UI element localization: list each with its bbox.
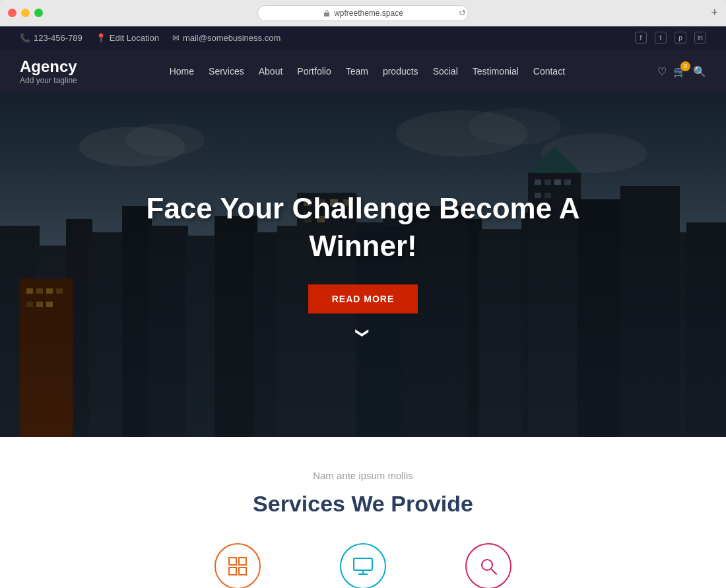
mac-window-buttons	[8, 9, 43, 17]
location-text: Edit Location	[110, 33, 159, 43]
hero-content: Face Your Challenge Become A Winner! REA…	[147, 189, 580, 341]
minimize-button[interactable]	[21, 9, 30, 17]
nav-contact[interactable]: Contact	[528, 61, 570, 82]
service-icon-search[interactable]	[465, 543, 512, 588]
twitter-icon[interactable]: t	[655, 32, 667, 44]
lock-icon	[323, 9, 331, 17]
cart-button[interactable]: 🛒 0	[673, 65, 686, 78]
services-title: Services We Provide	[20, 491, 706, 517]
svg-rect-61	[239, 568, 246, 575]
svg-rect-60	[229, 568, 236, 575]
pinterest-icon[interactable]: p	[675, 32, 686, 44]
nav-team[interactable]: Team	[341, 61, 374, 82]
phone-number: 123-456-789	[34, 33, 82, 43]
monitor-icon	[352, 556, 374, 577]
cart-count: 0	[680, 61, 690, 71]
svg-rect-62	[354, 558, 372, 570]
scroll-down-icon[interactable]: ❯	[355, 117, 371, 437]
url-text: wpfreetheme.space	[334, 9, 403, 18]
refresh-icon[interactable]: ↺	[459, 8, 466, 18]
search-icon	[478, 556, 498, 576]
hero-section: Face Your Challenge Become A Winner! REA…	[0, 94, 726, 437]
service-icon-monitor[interactable]	[340, 543, 386, 588]
instagram-icon[interactable]: in	[694, 32, 706, 44]
social-links: f t p in	[635, 32, 706, 44]
logo-tagline: Add your tagline	[20, 76, 77, 85]
phone-icon: 📞	[20, 33, 30, 43]
svg-rect-59	[239, 558, 246, 565]
logo-name: Agency	[20, 57, 77, 76]
service-icons-row	[20, 543, 706, 588]
email-icon: ✉	[172, 33, 180, 43]
maximize-button[interactable]	[34, 9, 43, 17]
svg-rect-58	[229, 558, 236, 565]
service-icon-grid[interactable]	[214, 543, 261, 588]
wishlist-button[interactable]: ♡	[657, 65, 667, 78]
search-button[interactable]: 🔍	[693, 65, 706, 78]
nav-about[interactable]: About	[253, 61, 288, 82]
top-bar-left: 📞 123-456-789 📍 Edit Location ✉ mail@som…	[20, 33, 280, 43]
nav-home[interactable]: Home	[164, 61, 199, 82]
nav-services[interactable]: Services	[203, 61, 249, 82]
mac-titlebar: wpfreetheme.space ↺ +	[0, 0, 726, 26]
mac-window: wpfreetheme.space ↺ + 📞 123-456-789 📍 Ed…	[0, 0, 726, 588]
nav-products[interactable]: products	[378, 61, 424, 82]
top-bar: 📞 123-456-789 📍 Edit Location ✉ mail@som…	[0, 26, 726, 49]
close-button[interactable]	[8, 9, 16, 17]
svg-rect-0	[324, 13, 329, 16]
url-bar[interactable]: wpfreetheme.space	[257, 5, 469, 21]
nav-social[interactable]: Social	[428, 61, 463, 82]
nav-portfolio[interactable]: Portfolio	[292, 61, 336, 82]
nav-testimonial[interactable]: Testimonial	[467, 61, 524, 82]
header: Agency Add your tagline Home Services Ab…	[0, 49, 726, 94]
email-address: mail@somebusiness.com	[183, 33, 280, 43]
services-section: Nam ante ipsum mollis Services We Provid…	[0, 437, 726, 588]
new-tab-button[interactable]: +	[711, 6, 718, 20]
website: 📞 123-456-789 📍 Edit Location ✉ mail@som…	[0, 26, 726, 588]
logo-area: Agency Add your tagline	[20, 57, 77, 85]
location-info[interactable]: 📍 Edit Location	[96, 33, 159, 43]
facebook-icon[interactable]: f	[635, 32, 647, 44]
services-subtitle: Nam ante ipsum mollis	[20, 470, 706, 481]
phone-info: 📞 123-456-789	[20, 33, 82, 43]
location-icon: 📍	[96, 33, 106, 43]
main-nav: Home Services About Portfolio Team produ…	[164, 61, 570, 82]
nav-icons: ♡ 🛒 0 🔍	[657, 65, 706, 78]
grid-icon	[228, 556, 248, 576]
svg-line-66	[491, 569, 496, 574]
email-info: ✉ mail@somebusiness.com	[172, 33, 280, 43]
